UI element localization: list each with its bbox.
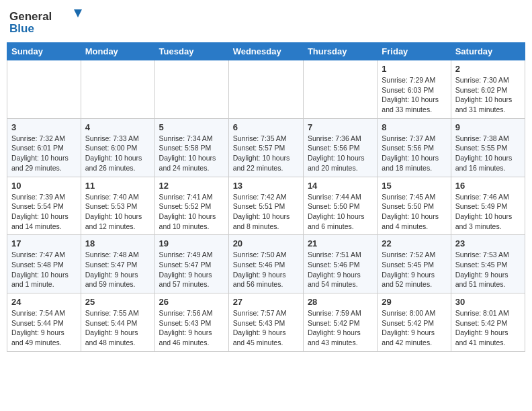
- day-number: 8: [382, 122, 446, 132]
- calendar-cell: 21Sunrise: 7:51 AM Sunset: 5:46 PM Dayli…: [303, 235, 377, 293]
- day-number: 6: [233, 122, 299, 132]
- calendar-cell: [154, 60, 228, 119]
- day-info: Sunrise: 7:51 AM Sunset: 5:46 PM Dayligh…: [308, 250, 373, 289]
- weekday-header: Tuesday: [154, 43, 228, 60]
- day-number: 18: [85, 238, 150, 248]
- day-info: Sunrise: 7:54 AM Sunset: 5:44 PM Dayligh…: [11, 308, 77, 348]
- calendar-cell: 20Sunrise: 7:50 AM Sunset: 5:46 PM Dayli…: [228, 235, 303, 293]
- calendar-cell: 27Sunrise: 7:57 AM Sunset: 5:43 PM Dayli…: [228, 293, 303, 352]
- weekday-header: Thursday: [303, 43, 377, 60]
- day-number: 24: [11, 297, 77, 307]
- calendar-cell: 24Sunrise: 7:54 AM Sunset: 5:44 PM Dayli…: [7, 293, 81, 352]
- weekday-header: Wednesday: [228, 43, 303, 60]
- calendar-cell: 29Sunrise: 8:00 AM Sunset: 5:42 PM Dayli…: [378, 293, 451, 352]
- weekday-header: Sunday: [7, 43, 81, 60]
- calendar-cell: 18Sunrise: 7:48 AM Sunset: 5:47 PM Dayli…: [81, 235, 154, 293]
- calendar-cell: 30Sunrise: 8:01 AM Sunset: 5:42 PM Dayli…: [451, 293, 525, 352]
- day-number: 5: [159, 122, 224, 132]
- svg-marker-2: [74, 9, 82, 17]
- calendar-cell: 12Sunrise: 7:41 AM Sunset: 5:52 PM Dayli…: [154, 177, 228, 235]
- weekday-header: Saturday: [451, 43, 525, 60]
- day-number: 19: [159, 238, 224, 248]
- weekday-header: Friday: [378, 43, 451, 60]
- day-info: Sunrise: 7:33 AM Sunset: 6:00 PM Dayligh…: [85, 134, 150, 173]
- page-header: General Blue: [7, 7, 525, 37]
- day-info: Sunrise: 7:40 AM Sunset: 5:53 PM Dayligh…: [85, 192, 150, 232]
- day-info: Sunrise: 7:38 AM Sunset: 5:55 PM Dayligh…: [455, 134, 521, 173]
- calendar-cell: 7Sunrise: 7:36 AM Sunset: 5:56 PM Daylig…: [303, 118, 377, 177]
- day-info: Sunrise: 7:37 AM Sunset: 5:56 PM Dayligh…: [382, 134, 446, 173]
- calendar-cell: 2Sunrise: 7:30 AM Sunset: 6:02 PM Daylig…: [451, 60, 525, 119]
- day-number: 27: [233, 297, 299, 307]
- calendar-cell: 3Sunrise: 7:32 AM Sunset: 6:01 PM Daylig…: [7, 118, 81, 177]
- day-info: Sunrise: 7:46 AM Sunset: 5:49 PM Dayligh…: [455, 192, 521, 232]
- calendar-header-row: SundayMondayTuesdayWednesdayThursdayFrid…: [7, 43, 525, 60]
- calendar-table: SundayMondayTuesdayWednesdayThursdayFrid…: [7, 42, 525, 352]
- svg-text:Blue: Blue: [9, 22, 34, 35]
- day-number: 9: [455, 122, 521, 132]
- day-info: Sunrise: 7:35 AM Sunset: 5:57 PM Dayligh…: [233, 134, 299, 173]
- calendar-cell: 5Sunrise: 7:34 AM Sunset: 5:58 PM Daylig…: [154, 118, 228, 177]
- day-number: 11: [85, 181, 150, 191]
- day-info: Sunrise: 7:59 AM Sunset: 5:42 PM Dayligh…: [308, 308, 373, 348]
- day-number: 16: [455, 181, 521, 191]
- calendar-cell: 16Sunrise: 7:46 AM Sunset: 5:49 PM Dayli…: [451, 177, 525, 235]
- day-number: 30: [455, 297, 521, 307]
- day-info: Sunrise: 7:48 AM Sunset: 5:47 PM Dayligh…: [85, 250, 150, 289]
- day-number: 10: [11, 181, 77, 191]
- calendar-cell: [228, 60, 303, 119]
- calendar-cell: 23Sunrise: 7:53 AM Sunset: 5:45 PM Dayli…: [451, 235, 525, 293]
- calendar-cell: 9Sunrise: 7:38 AM Sunset: 5:55 PM Daylig…: [451, 118, 525, 177]
- calendar-cell: 8Sunrise: 7:37 AM Sunset: 5:56 PM Daylig…: [378, 118, 451, 177]
- calendar-week-row: 17Sunrise: 7:47 AM Sunset: 5:48 PM Dayli…: [7, 235, 525, 293]
- day-number: 20: [233, 238, 299, 248]
- calendar-cell: 15Sunrise: 7:45 AM Sunset: 5:50 PM Dayli…: [378, 177, 451, 235]
- day-number: 28: [308, 297, 373, 307]
- calendar-cell: 13Sunrise: 7:42 AM Sunset: 5:51 PM Dayli…: [228, 177, 303, 235]
- day-info: Sunrise: 7:30 AM Sunset: 6:02 PM Dayligh…: [455, 75, 521, 115]
- day-number: 17: [11, 238, 77, 248]
- day-number: 25: [85, 297, 150, 307]
- day-number: 12: [159, 181, 224, 191]
- day-number: 7: [308, 122, 373, 132]
- calendar-cell: 14Sunrise: 7:44 AM Sunset: 5:50 PM Dayli…: [303, 177, 377, 235]
- day-info: Sunrise: 8:01 AM Sunset: 5:42 PM Dayligh…: [455, 308, 521, 348]
- day-info: Sunrise: 7:45 AM Sunset: 5:50 PM Dayligh…: [382, 192, 446, 232]
- calendar-cell: 26Sunrise: 7:56 AM Sunset: 5:43 PM Dayli…: [154, 293, 228, 352]
- calendar-cell: 11Sunrise: 7:40 AM Sunset: 5:53 PM Dayli…: [81, 177, 154, 235]
- day-info: Sunrise: 7:53 AM Sunset: 5:45 PM Dayligh…: [455, 250, 521, 289]
- calendar-cell: [81, 60, 154, 119]
- calendar-cell: 1Sunrise: 7:29 AM Sunset: 6:03 PM Daylig…: [378, 60, 451, 119]
- calendar-week-row: 1Sunrise: 7:29 AM Sunset: 6:03 PM Daylig…: [7, 60, 525, 119]
- day-number: 3: [11, 122, 77, 132]
- day-info: Sunrise: 7:47 AM Sunset: 5:48 PM Dayligh…: [11, 250, 77, 289]
- logo: General Blue: [9, 7, 83, 37]
- day-number: 14: [308, 181, 373, 191]
- day-info: Sunrise: 7:57 AM Sunset: 5:43 PM Dayligh…: [233, 308, 299, 348]
- day-number: 13: [233, 181, 299, 191]
- day-info: Sunrise: 7:44 AM Sunset: 5:50 PM Dayligh…: [308, 192, 373, 232]
- day-info: Sunrise: 7:42 AM Sunset: 5:51 PM Dayligh…: [233, 192, 299, 232]
- calendar-week-row: 24Sunrise: 7:54 AM Sunset: 5:44 PM Dayli…: [7, 293, 525, 352]
- day-info: Sunrise: 7:49 AM Sunset: 5:47 PM Dayligh…: [159, 250, 224, 289]
- day-info: Sunrise: 7:56 AM Sunset: 5:43 PM Dayligh…: [159, 308, 224, 348]
- day-number: 1: [382, 64, 446, 74]
- day-number: 26: [159, 297, 224, 307]
- calendar-cell: 6Sunrise: 7:35 AM Sunset: 5:57 PM Daylig…: [228, 118, 303, 177]
- day-info: Sunrise: 7:41 AM Sunset: 5:52 PM Dayligh…: [159, 192, 224, 232]
- day-number: 21: [308, 238, 373, 248]
- weekday-header: Monday: [81, 43, 154, 60]
- day-info: Sunrise: 7:29 AM Sunset: 6:03 PM Dayligh…: [382, 75, 446, 115]
- calendar-cell: 19Sunrise: 7:49 AM Sunset: 5:47 PM Dayli…: [154, 235, 228, 293]
- calendar-cell: 22Sunrise: 7:52 AM Sunset: 5:45 PM Dayli…: [378, 235, 451, 293]
- calendar-week-row: 10Sunrise: 7:39 AM Sunset: 5:54 PM Dayli…: [7, 177, 525, 235]
- day-number: 29: [382, 297, 446, 307]
- svg-text:General: General: [9, 10, 52, 23]
- calendar-cell: [7, 60, 81, 119]
- day-number: 4: [85, 122, 150, 132]
- day-info: Sunrise: 7:52 AM Sunset: 5:45 PM Dayligh…: [382, 250, 446, 289]
- calendar-cell: 10Sunrise: 7:39 AM Sunset: 5:54 PM Dayli…: [7, 177, 81, 235]
- day-number: 23: [455, 238, 521, 248]
- day-number: 22: [382, 238, 446, 248]
- day-info: Sunrise: 7:32 AM Sunset: 6:01 PM Dayligh…: [11, 134, 77, 173]
